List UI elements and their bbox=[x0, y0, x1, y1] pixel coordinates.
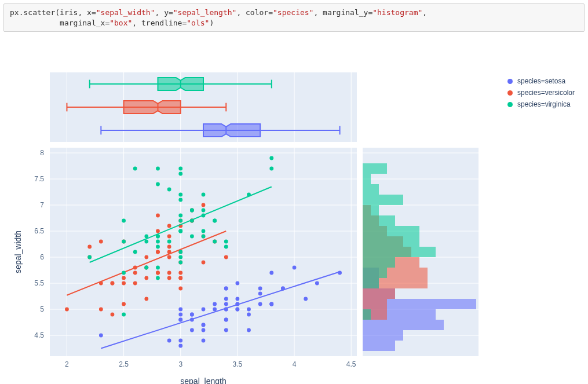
scatter-point[interactable] bbox=[178, 318, 182, 322]
scatter-point[interactable] bbox=[213, 308, 217, 312]
scatter-point[interactable] bbox=[111, 313, 115, 317]
scatter-point[interactable] bbox=[99, 240, 103, 244]
hist-bar[interactable] bbox=[363, 330, 403, 341]
scatter-point[interactable] bbox=[122, 276, 126, 280]
scatter-point[interactable] bbox=[167, 271, 171, 275]
scatter-point[interactable] bbox=[156, 167, 160, 171]
hist-bar[interactable] bbox=[363, 226, 419, 236]
scatter-point[interactable] bbox=[178, 214, 182, 218]
scatter-point[interactable] bbox=[178, 172, 182, 176]
scatter-point[interactable] bbox=[224, 318, 228, 322]
scatter-point[interactable] bbox=[224, 255, 228, 259]
scatter-point[interactable] bbox=[156, 245, 160, 249]
hist-bar[interactable] bbox=[363, 341, 395, 351]
scatter-point[interactable] bbox=[178, 339, 182, 343]
scatter-point[interactable] bbox=[122, 219, 126, 223]
scatter-point[interactable] bbox=[122, 281, 126, 286]
scatter-point[interactable] bbox=[293, 266, 297, 270]
hist-bar[interactable] bbox=[363, 257, 395, 268]
hist-bar[interactable] bbox=[363, 163, 387, 174]
scatter-point[interactable] bbox=[213, 219, 217, 223]
scatter-point[interactable] bbox=[111, 281, 115, 286]
scatter-point[interactable] bbox=[202, 261, 206, 265]
scatter-point[interactable] bbox=[224, 297, 228, 301]
scatter-point[interactable] bbox=[122, 302, 126, 306]
box-body[interactable] bbox=[203, 124, 260, 137]
scatter-point[interactable] bbox=[190, 328, 194, 332]
scatter-point[interactable] bbox=[133, 250, 137, 254]
scatter-point[interactable] bbox=[144, 266, 148, 270]
scatter-point[interactable] bbox=[224, 328, 228, 332]
scatter-point[interactable] bbox=[202, 203, 206, 207]
hist-bar[interactable] bbox=[363, 309, 371, 320]
scatter-point[interactable] bbox=[213, 302, 217, 306]
scatter-point[interactable] bbox=[178, 313, 182, 317]
scatter-point[interactable] bbox=[99, 334, 103, 338]
scatter-point[interactable] bbox=[178, 198, 182, 202]
hist-bar[interactable] bbox=[363, 288, 395, 299]
scatter-point[interactable] bbox=[167, 339, 171, 343]
scatter-point[interactable] bbox=[224, 245, 228, 249]
hist-bar[interactable] bbox=[363, 215, 395, 226]
scatter-point[interactable] bbox=[156, 229, 160, 233]
scatter-point[interactable] bbox=[190, 209, 194, 213]
plotly-figure[interactable]: 22.533.544.54.555.566.577.58sepal_length… bbox=[3, 72, 585, 384]
scatter-point[interactable] bbox=[202, 235, 206, 239]
box-body[interactable] bbox=[124, 101, 181, 114]
scatter-point[interactable] bbox=[133, 281, 137, 286]
scatter-point[interactable] bbox=[167, 240, 171, 244]
scatter-point[interactable] bbox=[156, 182, 160, 186]
scatter-point[interactable] bbox=[202, 193, 206, 197]
scatter-point[interactable] bbox=[202, 328, 206, 332]
scatter-point[interactable] bbox=[65, 308, 69, 312]
hist-bar[interactable] bbox=[363, 268, 387, 278]
scatter-point[interactable] bbox=[213, 240, 217, 244]
scatter-point[interactable] bbox=[156, 276, 160, 280]
scatter-point[interactable] bbox=[167, 276, 171, 280]
scatter-point[interactable] bbox=[224, 287, 228, 291]
scatter-point[interactable] bbox=[258, 287, 262, 291]
plot-svg[interactable]: 22.533.544.54.555.566.577.58sepal_length… bbox=[3, 72, 484, 384]
scatter-point[interactable] bbox=[202, 308, 206, 312]
scatter-point[interactable] bbox=[167, 188, 171, 192]
scatter-point[interactable] bbox=[167, 224, 171, 228]
scatter-point[interactable] bbox=[156, 240, 160, 244]
scatter-point[interactable] bbox=[258, 302, 262, 306]
scatter-point[interactable] bbox=[133, 271, 137, 275]
scatter-point[interactable] bbox=[247, 313, 251, 317]
scatter-point[interactable] bbox=[144, 297, 148, 301]
hist-bar[interactable] bbox=[363, 247, 436, 257]
hist-bar[interactable] bbox=[363, 278, 379, 288]
scatter-point[interactable] bbox=[190, 313, 194, 317]
scatter-point[interactable] bbox=[258, 292, 262, 296]
scatter-point[interactable] bbox=[144, 255, 148, 259]
scatter-point[interactable] bbox=[144, 276, 148, 280]
scatter-point[interactable] bbox=[247, 328, 251, 332]
hist-bar[interactable] bbox=[363, 195, 403, 205]
hist-bar[interactable] bbox=[363, 236, 419, 247]
hist-bar[interactable] bbox=[363, 299, 387, 309]
hist-bar[interactable] bbox=[363, 205, 379, 215]
scatter-point[interactable] bbox=[167, 245, 171, 249]
scatter-point[interactable] bbox=[99, 308, 103, 312]
scatter-point[interactable] bbox=[269, 156, 273, 160]
scatter-point[interactable] bbox=[202, 339, 206, 343]
scatter-point[interactable] bbox=[178, 250, 182, 254]
legend-item-setosa[interactable]: species=setosa bbox=[507, 77, 575, 85]
legend-item-versicolor[interactable]: species=versicolor bbox=[507, 89, 575, 97]
scatter-point[interactable] bbox=[224, 302, 228, 306]
scatter-point[interactable] bbox=[122, 240, 126, 244]
scatter-point[interactable] bbox=[202, 323, 206, 327]
scatter-point[interactable] bbox=[178, 271, 182, 275]
scatter-point[interactable] bbox=[178, 219, 182, 223]
scatter-point[interactable] bbox=[190, 235, 194, 239]
scatter-point[interactable] bbox=[156, 266, 160, 270]
hist-bar[interactable] bbox=[363, 184, 379, 195]
scatter-point[interactable] bbox=[178, 255, 182, 259]
scatter-point[interactable] bbox=[178, 261, 182, 265]
scatter-point[interactable] bbox=[167, 255, 171, 259]
scatter-point[interactable] bbox=[133, 167, 137, 171]
scatter-point[interactable] bbox=[156, 271, 160, 275]
scatter-point[interactable] bbox=[224, 240, 228, 244]
scatter-point[interactable] bbox=[122, 271, 126, 275]
